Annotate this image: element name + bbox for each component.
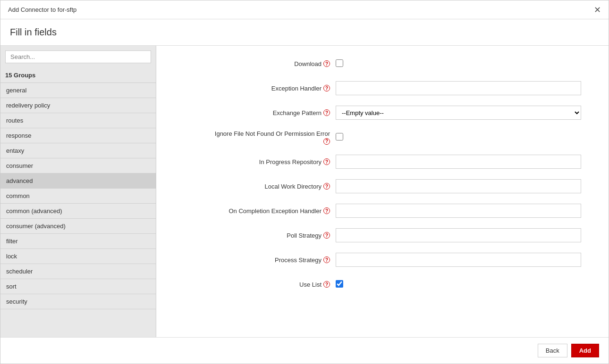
- sidebar-item-entaxy[interactable]: entaxy: [0, 143, 156, 158]
- control-in-progress-repository: [336, 155, 581, 169]
- form-row-in-progress-repository: In Progress Repository ?: [175, 153, 590, 170]
- checkbox-download[interactable]: [336, 59, 343, 67]
- control-process-strategy: [336, 253, 581, 267]
- sidebar-item-routes[interactable]: routes: [0, 113, 156, 128]
- footer-bar: Back Add: [0, 337, 609, 364]
- dialog-title: Add Connector to for-sftp: [8, 6, 76, 13]
- sidebar: 15 Groups general redelivery policy rout…: [0, 46, 156, 337]
- form-row-poll-strategy: Poll Strategy ?: [175, 227, 590, 244]
- page-title: Fill in fields: [10, 27, 599, 38]
- help-icon-on-completion-exception-handler[interactable]: ?: [323, 207, 330, 214]
- help-icon-local-work-directory[interactable]: ?: [323, 183, 330, 190]
- sidebar-item-scheduler[interactable]: scheduler: [0, 264, 156, 279]
- help-icon-exchange-pattern[interactable]: ?: [323, 109, 330, 116]
- add-button[interactable]: Add: [571, 344, 599, 357]
- search-input[interactable]: [5, 50, 151, 63]
- form-row-on-completion-exception-handler: On Completion Exception Handler ?: [175, 202, 590, 219]
- search-container: [0, 46, 156, 68]
- groups-count: 15 Groups: [0, 68, 156, 83]
- control-download: [336, 59, 581, 68]
- help-icon-process-strategy[interactable]: ?: [323, 256, 330, 263]
- help-icon-in-progress-repository[interactable]: ?: [323, 158, 330, 165]
- label-ignore-file: Ignore File Not Found Or Permission Erro…: [175, 130, 336, 145]
- control-poll-strategy: [336, 228, 581, 242]
- form-row-local-work-directory: Local Work Directory ?: [175, 178, 590, 195]
- content-area: 15 Groups general redelivery policy rout…: [0, 46, 609, 337]
- label-poll-strategy: Poll Strategy ?: [175, 232, 336, 239]
- control-local-work-directory: [336, 179, 581, 193]
- sidebar-item-general[interactable]: general: [0, 83, 156, 98]
- fill-in-fields-header: Fill in fields: [0, 19, 609, 46]
- sidebar-item-redelivery-policy[interactable]: redelivery policy: [0, 98, 156, 113]
- input-poll-strategy[interactable]: [336, 228, 581, 242]
- form-row-ignore-file: Ignore File Not Found Or Permission Erro…: [175, 129, 590, 146]
- label-in-progress-repository: In Progress Repository ?: [175, 158, 336, 165]
- checkbox-use-list[interactable]: [336, 280, 343, 288]
- main-content: Download ? Exception Handler ?: [156, 46, 609, 337]
- form-row-exchange-pattern: Exchange Pattern ? --Empty value--: [175, 104, 590, 121]
- form-row-download: Download ?: [175, 55, 590, 72]
- sidebar-item-consumer-advanced[interactable]: consumer (advanced): [0, 219, 156, 234]
- dialog-container: Add Connector to for-sftp ✕ Fill in fiel…: [0, 0, 609, 364]
- label-use-list: Use List ?: [175, 281, 336, 288]
- select-exchange-pattern[interactable]: --Empty value--: [336, 106, 581, 120]
- back-button[interactable]: Back: [538, 344, 567, 357]
- dialog-title-bar: Add Connector to for-sftp ✕: [0, 0, 609, 19]
- checkbox-ignore-file[interactable]: [336, 133, 343, 141]
- sidebar-item-advanced[interactable]: advanced: [0, 174, 156, 189]
- control-ignore-file: [336, 133, 581, 142]
- input-on-completion-exception-handler[interactable]: [336, 204, 581, 218]
- form-row-process-strategy: Process Strategy ?: [175, 251, 590, 268]
- form-row-exception-handler: Exception Handler ?: [175, 80, 590, 97]
- help-icon-download[interactable]: ?: [323, 60, 330, 67]
- label-local-work-directory: Local Work Directory ?: [175, 183, 336, 190]
- input-exception-handler[interactable]: [336, 81, 581, 95]
- input-process-strategy[interactable]: [336, 253, 581, 267]
- sidebar-item-lock[interactable]: lock: [0, 249, 156, 264]
- label-download: Download ?: [175, 60, 336, 67]
- sidebar-item-common[interactable]: common: [0, 189, 156, 204]
- help-icon-use-list[interactable]: ?: [323, 281, 330, 288]
- sidebar-item-filter[interactable]: filter: [0, 234, 156, 249]
- control-on-completion-exception-handler: [336, 204, 581, 218]
- close-button[interactable]: ✕: [594, 6, 601, 14]
- form-row-use-list: Use List ?: [175, 276, 590, 293]
- input-local-work-directory[interactable]: [336, 179, 581, 193]
- control-exception-handler: [336, 81, 581, 95]
- control-exchange-pattern: --Empty value--: [336, 106, 581, 120]
- sidebar-item-security[interactable]: security: [0, 294, 156, 309]
- label-exchange-pattern: Exchange Pattern ?: [175, 109, 336, 116]
- control-use-list: [336, 280, 581, 289]
- label-process-strategy: Process Strategy ?: [175, 256, 336, 264]
- help-icon-poll-strategy[interactable]: ?: [323, 232, 330, 239]
- sidebar-item-common-advanced[interactable]: common (advanced): [0, 204, 156, 219]
- label-exception-handler: Exception Handler ?: [175, 85, 336, 92]
- help-icon-exception-handler[interactable]: ?: [323, 85, 330, 91]
- sidebar-item-response[interactable]: response: [0, 128, 156, 143]
- sidebar-item-sort[interactable]: sort: [0, 279, 156, 294]
- input-in-progress-repository[interactable]: [336, 155, 581, 169]
- label-on-completion-exception-handler: On Completion Exception Handler ?: [175, 207, 336, 215]
- help-icon-ignore-file[interactable]: ?: [323, 138, 330, 145]
- sidebar-item-consumer[interactable]: consumer: [0, 158, 156, 174]
